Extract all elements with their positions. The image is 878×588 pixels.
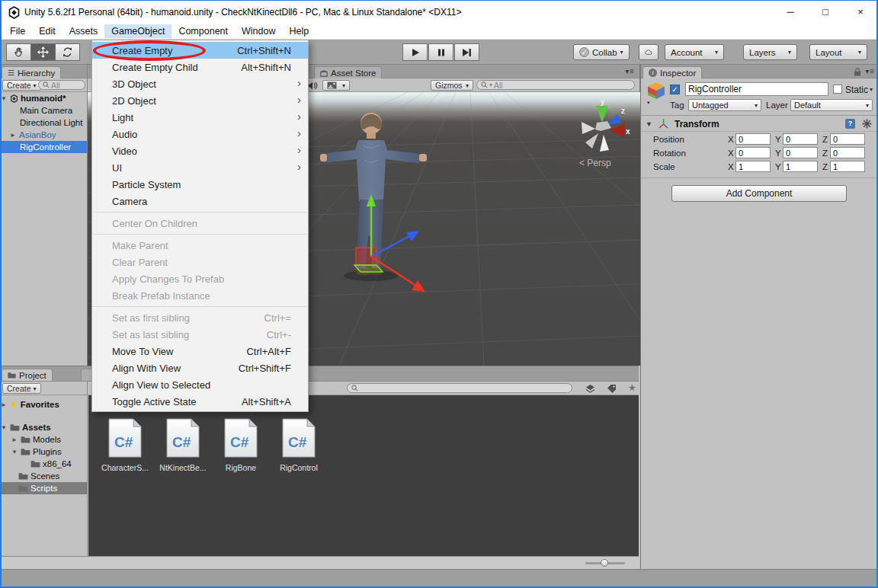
project-item-assets[interactable]: ▼ Assets — [0, 421, 87, 433]
rotation-x-field[interactable]: 0 — [735, 147, 771, 158]
rotation-y-field[interactable]: 0 — [783, 147, 818, 158]
effects-dropdown-button[interactable]: ▾ — [322, 80, 350, 91]
pane-menu-icon[interactable]: ▾≡ — [865, 67, 875, 75]
menu-item-align-view-to-selected[interactable]: Align View to Selected — [92, 376, 308, 393]
menu-item-center-on-children[interactable]: Center On Children — [92, 215, 308, 232]
disclosure-open-icon[interactable]: ▼ — [11, 449, 18, 455]
rotate-tool-button[interactable] — [55, 43, 80, 61]
menu-item-ui[interactable]: UI — [92, 159, 308, 176]
menu-item-clear-parent[interactable]: Clear Parent — [92, 254, 308, 270]
lock-icon[interactable] — [854, 68, 861, 76]
project-item-favorites[interactable]: ► ★ Favorites — [0, 398, 87, 411]
gameobject-name-field[interactable]: RigController — [685, 82, 828, 96]
tab-hierarchy[interactable]: ☰ Hierarchy — [2, 66, 61, 78]
filter-by-type-icon[interactable] — [585, 384, 595, 393]
project-create-button[interactable]: Create ▾ — [2, 383, 41, 394]
menu-item-break-prefab-instance[interactable]: Break Prefab Instance — [92, 287, 308, 304]
project-item-scripts[interactable]: Scripts — [0, 482, 87, 494]
menu-item-audio[interactable]: Audio — [92, 126, 308, 142]
transform-header[interactable]: ▼ Transform ? — [641, 115, 878, 132]
perspective-label[interactable]: < Persp — [579, 158, 611, 168]
menu-gameobject[interactable]: GameObject — [104, 24, 171, 38]
disclosure-open-icon[interactable]: ▼ — [646, 120, 652, 128]
layer-dropdown[interactable]: Default ▾ — [790, 99, 873, 111]
favorites-star-icon[interactable]: ★ — [628, 382, 636, 393]
menu-item-apply-changes-to-prefab[interactable]: Apply Changes To Prefab — [92, 270, 308, 287]
disclosure-closed-icon[interactable]: ► — [9, 132, 17, 139]
maximize-button[interactable]: □ — [808, 1, 843, 24]
cloud-button[interactable] — [639, 44, 658, 60]
rotation-z-field[interactable]: 0 — [830, 147, 865, 158]
menu-item-make-parent[interactable]: Make Parent — [92, 237, 308, 254]
position-z-field[interactable]: 0 — [830, 133, 865, 145]
scale-y-field[interactable]: 1 — [783, 161, 818, 172]
menu-item-video[interactable]: Video — [92, 142, 308, 159]
menu-item-camera[interactable]: Camera — [92, 193, 308, 209]
step-button[interactable] — [454, 43, 479, 61]
position-x-field[interactable]: 0 — [735, 133, 771, 145]
disclosure-closed-icon[interactable]: ► — [11, 436, 18, 443]
menu-item-3d-object[interactable]: 3D Object — [92, 75, 308, 92]
project-item-plugins[interactable]: ▼ Plugins — [0, 446, 87, 458]
minimize-button[interactable]: ─ — [773, 1, 808, 24]
menu-file[interactable]: File — [3, 24, 32, 38]
menu-item-create-empty-child[interactable]: Create Empty ChildAlt+Shift+N — [92, 59, 308, 75]
tab-asset-store[interactable]: Asset Store — [314, 66, 382, 78]
hierarchy-item-directional-light[interactable]: Directional Light — [0, 117, 87, 129]
collab-button[interactable]: ✓ Collab ▾ — [573, 44, 630, 60]
hierarchy-item-asianboy[interactable]: ► AsianBoy — [0, 129, 87, 141]
active-checkbox[interactable]: ✓ — [670, 85, 680, 94]
tab-inspector[interactable]: i Inspector — [642, 66, 702, 78]
hierarchy-create-button[interactable]: Create ▾ — [2, 80, 41, 91]
gizmos-dropdown[interactable]: Gizmos ▾ — [431, 80, 473, 91]
scene-search-input[interactable]: ▾ All — [476, 80, 635, 90]
menu-component[interactable]: Component — [171, 24, 235, 38]
play-button[interactable] — [402, 43, 428, 61]
tab-project[interactable]: Project — [2, 369, 53, 381]
hierarchy-item-main-camera[interactable]: Main Camera — [0, 104, 87, 117]
hierarchy-item-scene[interactable]: ▼ humanoid* — [0, 92, 87, 104]
hierarchy-search-input[interactable]: All — [38, 80, 85, 90]
menu-item-toggle-active-state[interactable]: Toggle Active StateAlt+Shift+A — [92, 393, 308, 410]
pane-menu-icon[interactable]: ▾≡ — [625, 67, 635, 75]
pause-button[interactable] — [428, 43, 453, 61]
scale-z-field[interactable]: 1 — [830, 161, 865, 172]
menu-edit[interactable]: Edit — [32, 24, 62, 38]
project-item-x86-64[interactable]: x86_64 — [0, 458, 87, 470]
layout-dropdown[interactable]: Layout ▾ — [809, 44, 867, 60]
project-item-models[interactable]: ► Models — [0, 433, 87, 446]
layers-dropdown[interactable]: Layers ▾ — [743, 44, 797, 60]
menu-item-move-to-view[interactable]: Move To ViewCtrl+Alt+F — [92, 343, 308, 360]
account-dropdown[interactable]: Account ▾ — [665, 44, 724, 60]
static-checkbox[interactable] — [833, 85, 842, 94]
project-item-scenes[interactable]: Scenes — [0, 470, 87, 482]
menu-assets[interactable]: Assets — [62, 24, 105, 38]
asset-grid[interactable]: C# CharacterS... C# NtKinectBe... — [88, 395, 639, 556]
move-gizmo[interactable] — [320, 194, 450, 308]
menu-item-particle-system[interactable]: Particle System — [92, 176, 308, 193]
project-search-input[interactable] — [347, 383, 572, 393]
position-y-field[interactable]: 0 — [783, 133, 818, 145]
icon-size-slider-knob[interactable] — [601, 559, 608, 567]
add-component-button[interactable]: Add Component — [671, 185, 847, 202]
menu-item-align-with-view[interactable]: Align With ViewCtrl+Shift+F — [92, 360, 308, 376]
static-dropdown-icon[interactable]: ▾ — [870, 86, 873, 93]
view-orientation-gizmo[interactable]: y z x — [575, 98, 630, 161]
menu-item-set-as-last-sibling[interactable]: Set as last siblingCtrl+- — [92, 326, 308, 343]
asset-ntkinect-script[interactable]: C# NtKinectBe... — [157, 418, 209, 472]
asset-characters-script[interactable]: C# CharacterS... — [99, 418, 151, 472]
asset-rigcontrol-script[interactable]: C# RigControl — [273, 418, 325, 472]
close-button[interactable]: × — [843, 1, 878, 24]
chevron-down-icon[interactable]: ▾ — [647, 100, 650, 106]
hand-tool-button[interactable] — [6, 43, 31, 61]
scale-x-field[interactable]: 1 — [735, 161, 771, 172]
gear-icon[interactable] — [862, 119, 872, 129]
asset-rigbone-script[interactable]: C# RigBone — [215, 418, 267, 472]
move-tool-button[interactable] — [30, 43, 56, 61]
help-icon[interactable]: ? — [845, 119, 855, 129]
tag-dropdown[interactable]: Untagged ▾ — [688, 99, 761, 111]
filter-by-label-icon[interactable] — [607, 384, 617, 393]
menu-item-create-empty[interactable]: Create EmptyCtrl+Shift+N — [92, 42, 308, 59]
menu-item-light[interactable]: Light — [92, 109, 308, 126]
menu-item-set-as-first-sibling[interactable]: Set as first siblingCtrl+= — [92, 309, 308, 326]
